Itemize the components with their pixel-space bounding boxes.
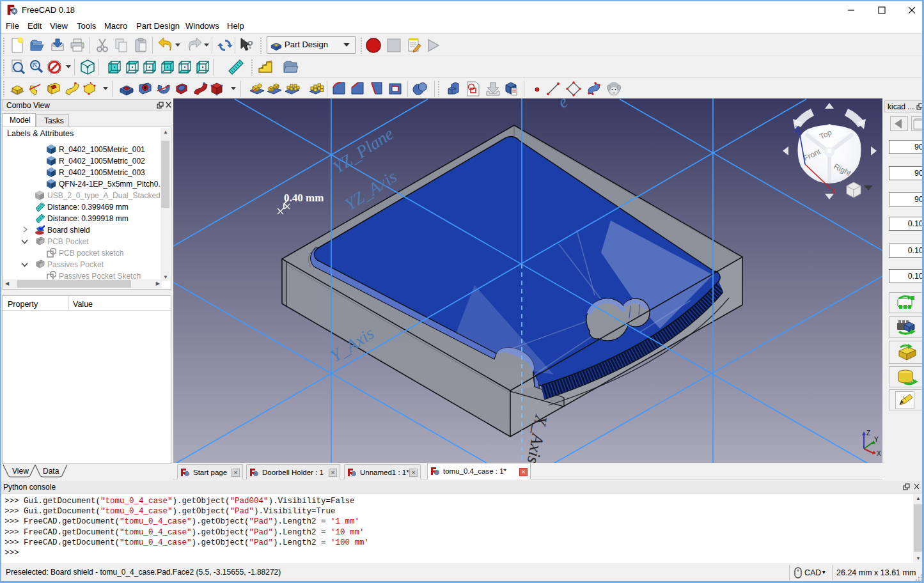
svg-text:Z: Z (866, 430, 870, 437)
svg-text:Z: Z (794, 125, 799, 133)
svg-text:X: X (877, 450, 881, 457)
svg-text:Y: Y (874, 436, 879, 443)
svg-text:?: ? (247, 39, 253, 51)
svg-text:Data: Data (43, 467, 59, 476)
svg-text:X: X (831, 187, 836, 195)
svg-text:0.40 mm: 0.40 mm (284, 192, 324, 204)
svg-text:View: View (12, 467, 29, 476)
